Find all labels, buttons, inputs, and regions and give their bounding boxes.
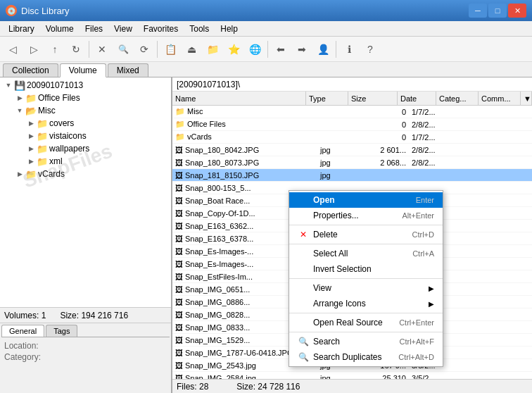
path-bar: [200901071013]\ bbox=[172, 77, 532, 92]
tree-expand-wallpapers[interactable]: ▶ bbox=[25, 145, 37, 152]
col-header-date[interactable]: Date bbox=[398, 92, 436, 105]
disk-icon: 💾 bbox=[14, 80, 25, 91]
tb-copy[interactable]: 📋 bbox=[160, 39, 180, 59]
table-row[interactable]: 📁Misc01/7/2... bbox=[172, 106, 532, 118]
context-menu-item[interactable]: OpenEnter bbox=[289, 192, 443, 208]
tab-collection[interactable]: Collection bbox=[3, 63, 58, 77]
context-menu-separator bbox=[289, 313, 443, 313]
menu-files[interactable]: Files bbox=[80, 23, 108, 35]
col-header-comm[interactable]: Comm... bbox=[479, 92, 521, 105]
tb-catalog[interactable]: 📁 bbox=[203, 39, 222, 59]
toolbar: ◁ ▷ ↑ ↻ ✕ 🔍 ⟳ 📋 ⏏ 📁 ⭐ 🌐 ⬅ ➡ 👤 ℹ ? bbox=[0, 37, 532, 62]
tb-prev[interactable]: ⬅ bbox=[271, 39, 291, 59]
table-row[interactable]: 🖼Snap_180_8042.JPGjpg2 601...2/8/2... bbox=[172, 144, 532, 156]
tb-eject[interactable]: ⏏ bbox=[182, 39, 201, 59]
folder-icon: 📁 bbox=[25, 92, 37, 104]
menu-tools[interactable]: Tools bbox=[184, 23, 215, 35]
file-size-cell: 0 bbox=[360, 120, 409, 129]
info-category-row: Category: bbox=[1, 351, 170, 363]
table-row[interactable]: 🖼Snap_181_8150.JPGjpg bbox=[172, 169, 532, 182]
submenu-arrow-icon: ▶ bbox=[429, 300, 434, 308]
tree-view[interactable]: ▼ 💾 200901071013 ▶ 📁 Office Files ▼ 📂 Mi… bbox=[0, 77, 171, 307]
tree-expand-xml[interactable]: ▶ bbox=[25, 158, 37, 165]
tree-item-root[interactable]: ▼ 💾 200901071013 bbox=[1, 79, 170, 92]
col-header-cat[interactable]: Categ... bbox=[436, 92, 479, 105]
tb-up[interactable]: ↑ bbox=[45, 39, 65, 59]
window-controls: ─ □ ✕ bbox=[469, 4, 526, 18]
file-name-cell: 📁vCards bbox=[172, 132, 317, 142]
context-item-label: Open bbox=[313, 195, 335, 205]
minimize-button[interactable]: ─ bbox=[469, 4, 487, 18]
tree-item-xml[interactable]: ▶ 📁 xml bbox=[1, 155, 170, 168]
col-header-size[interactable]: Size bbox=[348, 92, 398, 105]
tb-star[interactable]: ⭐ bbox=[224, 39, 243, 59]
info-tab-tags[interactable]: Tags bbox=[46, 325, 77, 337]
info-category-label: Category: bbox=[4, 352, 53, 362]
right-panel: [200901071013]\ Name Type Size Date Cate… bbox=[172, 77, 532, 393]
tree-label-covers: covers bbox=[49, 118, 74, 128]
tree-item-vistaicons[interactable]: ▶ 📁 vistaicons bbox=[1, 130, 170, 142]
context-menu-item[interactable]: Arrange Icons▶ bbox=[289, 296, 443, 311]
col-header-name[interactable]: Name bbox=[172, 92, 306, 105]
context-menu-item[interactable]: 🔍SearchCtrl+Alt+F bbox=[289, 334, 443, 349]
tree-expand-root[interactable]: ▼ bbox=[3, 82, 14, 89]
tb-scan[interactable]: ⟳ bbox=[134, 39, 154, 59]
tree-expand-covers[interactable]: ▶ bbox=[25, 120, 37, 127]
col-header-extra: ▼ bbox=[521, 92, 532, 105]
context-menu-item[interactable]: 🔍Search DuplicatesCtrl+Alt+D bbox=[289, 349, 443, 365]
tab-mixed[interactable]: Mixed bbox=[108, 63, 148, 77]
tree-item-covers[interactable]: ▶ 📁 covers bbox=[1, 117, 170, 130]
menu-volume[interactable]: Volume bbox=[40, 23, 80, 35]
tb-globe[interactable]: 🌐 bbox=[245, 39, 265, 59]
tb-help[interactable]: ? bbox=[360, 39, 380, 59]
file-icon: 🖼 bbox=[175, 285, 183, 294]
table-row[interactable]: 📁Office Files02/8/2... bbox=[172, 118, 532, 131]
tab-volume[interactable]: Volume bbox=[60, 63, 106, 77]
tb-forward[interactable]: ▷ bbox=[24, 39, 44, 59]
context-item-shortcut: Enter bbox=[416, 196, 434, 204]
tb-info[interactable]: ℹ bbox=[339, 39, 359, 59]
table-row[interactable]: 🖼Snap_IMG_2584.jpgjpg25 3103/5/2... bbox=[172, 372, 532, 379]
file-icon: 🖼 bbox=[175, 196, 183, 205]
context-menu-item[interactable]: Select AllCtrl+A bbox=[289, 246, 443, 261]
file-name-cell: 🖼Snap_180_8073.JPG bbox=[172, 158, 317, 167]
menu-library[interactable]: Library bbox=[3, 23, 40, 35]
menu-favorites[interactable]: Favorites bbox=[138, 23, 184, 35]
tree-item-misc[interactable]: ▼ 📂 Misc bbox=[1, 104, 170, 117]
tree-item-office[interactable]: ▶ 📁 Office Files bbox=[1, 92, 170, 104]
tree-expand-vcards[interactable]: ▶ bbox=[14, 170, 25, 177]
close-button[interactable]: ✕ bbox=[508, 4, 526, 18]
tree-expand-vistaicons[interactable]: ▶ bbox=[25, 132, 37, 139]
tb-stop[interactable]: ✕ bbox=[92, 39, 112, 59]
tb-next[interactable]: ➡ bbox=[292, 39, 312, 59]
context-menu-item[interactable]: ✕DeleteCtrl+D bbox=[289, 227, 443, 242]
tb-person[interactable]: 👤 bbox=[313, 39, 333, 59]
menu-help[interactable]: Help bbox=[215, 23, 243, 35]
tree-item-vcards[interactable]: ▶ 📁 vCards bbox=[1, 168, 170, 180]
volumes-status: Volumes: 1 bbox=[4, 311, 46, 320]
window-title: Disc Library bbox=[21, 6, 70, 16]
tb-search[interactable]: 🔍 bbox=[113, 39, 133, 59]
menu-view[interactable]: View bbox=[108, 23, 138, 35]
context-menu-separator bbox=[289, 244, 443, 244]
col-header-type[interactable]: Type bbox=[306, 92, 348, 105]
maximize-button[interactable]: □ bbox=[488, 4, 507, 18]
context-menu-item[interactable]: Properties...Alt+Enter bbox=[289, 208, 443, 223]
context-item-shortcut: Alt+Enter bbox=[402, 211, 434, 220]
context-menu-item[interactable]: View▶ bbox=[289, 280, 443, 296]
file-name-cell: 🖼Snap_IMG_2584.jpg bbox=[172, 374, 317, 380]
folder-icon-xml: 📁 bbox=[37, 156, 48, 167]
context-menu-item[interactable]: Open Real SourceCtrl+Enter bbox=[289, 315, 443, 330]
file-icon: 🖼 bbox=[175, 222, 183, 230]
tree-item-wallpapers[interactable]: ▶ 📁 wallpapers bbox=[1, 142, 170, 155]
context-menu-item[interactable]: Invert Selection bbox=[289, 261, 443, 277]
file-list-header: Name Type Size Date Categ... Comm... ▼ bbox=[172, 92, 532, 106]
tree-expand-office[interactable]: ▶ bbox=[14, 94, 25, 101]
tb-refresh[interactable]: ↻ bbox=[66, 39, 86, 59]
tb-back[interactable]: ◁ bbox=[3, 39, 23, 59]
tree-expand-misc[interactable]: ▼ bbox=[14, 107, 25, 114]
table-row[interactable]: 📁vCards01/7/2... bbox=[172, 131, 532, 144]
table-row[interactable]: 🖼Snap_180_8073.JPGjpg2 068...2/8/2... bbox=[172, 156, 532, 169]
info-tab-general[interactable]: General bbox=[1, 325, 44, 337]
file-date-cell: 1/7/2... bbox=[409, 108, 448, 116]
